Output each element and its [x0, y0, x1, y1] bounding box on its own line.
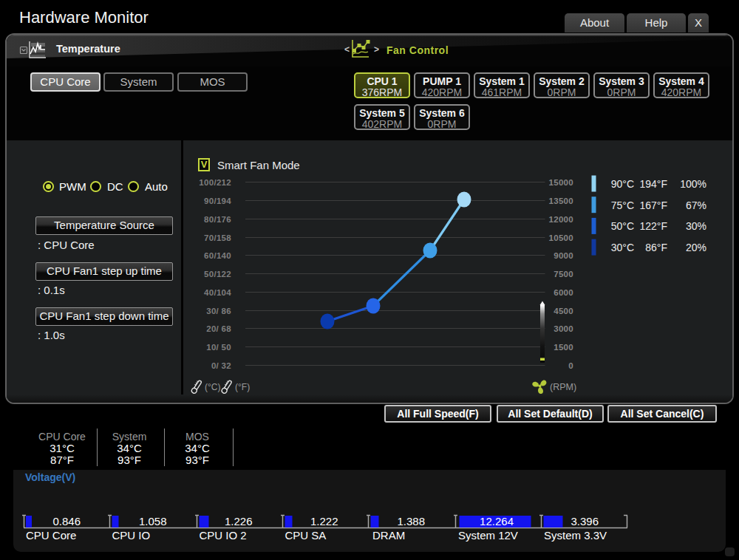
- svg-text:75°C: 75°C: [611, 199, 634, 211]
- svg-text:167°F: 167°F: [639, 199, 667, 211]
- svg-text:0: 0: [568, 361, 573, 370]
- svg-text:30°C: 30°C: [611, 242, 634, 253]
- svg-text:20%: 20%: [686, 242, 706, 253]
- svg-text:1.226: 1.226: [225, 515, 253, 527]
- svg-text:30%: 30%: [686, 220, 706, 232]
- svg-text:40/104: 40/104: [204, 288, 231, 297]
- svg-text:100%: 100%: [680, 178, 706, 190]
- svg-text:CPU IO 2: CPU IO 2: [200, 529, 247, 542]
- svg-text:(°F): (°F): [235, 382, 250, 392]
- svg-text:122°F: 122°F: [639, 220, 667, 232]
- svg-text:(°C): (°C): [205, 382, 220, 392]
- svg-text:67%: 67%: [686, 199, 706, 211]
- svg-text:50/122: 50/122: [204, 270, 231, 279]
- svg-text:4500: 4500: [554, 307, 573, 315]
- svg-text:0.846: 0.846: [52, 515, 81, 527]
- svg-text:86°F: 86°F: [645, 242, 667, 253]
- svg-text:13500: 13500: [549, 197, 573, 205]
- svg-text:CPU IO: CPU IO: [112, 529, 151, 542]
- svg-text:7500: 7500: [554, 270, 573, 279]
- svg-text:3.396: 3.396: [571, 515, 599, 527]
- svg-text:10500: 10500: [549, 233, 573, 242]
- svg-text:80/176: 80/176: [204, 215, 231, 224]
- svg-text:1500: 1500: [554, 343, 573, 352]
- svg-text:60/140: 60/140: [204, 251, 231, 260]
- svg-text:194°F: 194°F: [639, 178, 667, 190]
- svg-text:3000: 3000: [554, 324, 573, 333]
- svg-text:90/194: 90/194: [204, 197, 231, 205]
- svg-text:1.388: 1.388: [397, 515, 425, 527]
- svg-text:30/ 86: 30/ 86: [206, 307, 231, 315]
- svg-text:100/212: 100/212: [199, 178, 231, 187]
- svg-text:CPU Core: CPU Core: [26, 529, 76, 542]
- svg-text:6000: 6000: [554, 288, 573, 297]
- svg-text:70/158: 70/158: [204, 233, 231, 242]
- svg-text:20/ 68: 20/ 68: [206, 324, 231, 333]
- svg-text:System 3.3V: System 3.3V: [544, 529, 607, 542]
- svg-text:50°C: 50°C: [611, 220, 634, 232]
- svg-text:0/ 32: 0/ 32: [211, 361, 231, 370]
- svg-text:(RPM): (RPM): [550, 382, 576, 392]
- svg-text:90°C: 90°C: [611, 178, 634, 190]
- svg-text:System 12V: System 12V: [458, 529, 518, 542]
- svg-text:1.222: 1.222: [310, 515, 338, 527]
- svg-text:CPU SA: CPU SA: [285, 529, 327, 542]
- svg-text:12000: 12000: [549, 215, 573, 224]
- svg-text:DRAM: DRAM: [372, 529, 405, 542]
- svg-text:15000: 15000: [549, 178, 573, 187]
- svg-text:1.058: 1.058: [139, 515, 167, 527]
- svg-text:9000: 9000: [554, 251, 573, 260]
- svg-text:10/ 50: 10/ 50: [206, 343, 231, 352]
- svg-text:12.264: 12.264: [480, 515, 514, 527]
